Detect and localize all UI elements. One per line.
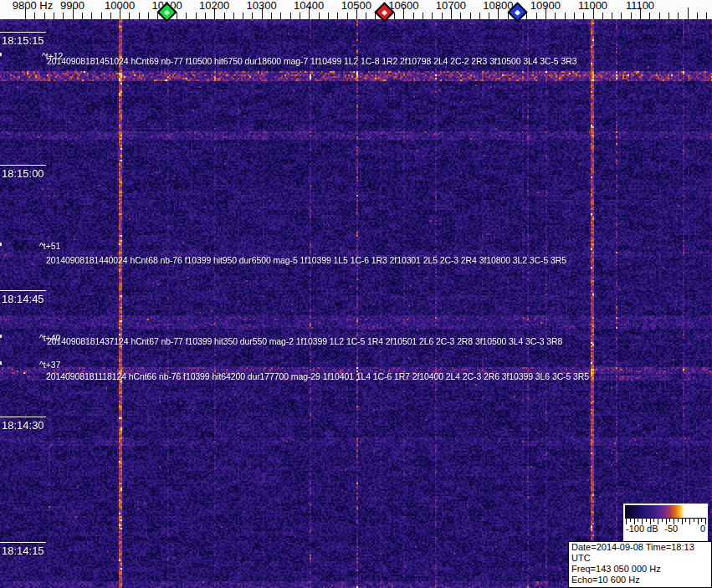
color-scale-legend: -100 dB -50 0 [623,504,708,541]
freq-label: 11000 [578,0,607,12]
freq-minor-tick [432,13,433,19]
left-edge-mark [0,361,2,365]
info-box: Date=2014-09-08 Time=18:13 UTC Freq=143 … [568,541,712,588]
legend-mid-label: -50 [664,524,678,534]
echo-time-marker: ^t+51 [39,241,60,251]
color-gradient-bar [625,505,706,519]
red-diamond-marker-center [382,9,387,15]
freq-minor-tick [54,13,54,19]
legend-labels: -100 dB -50 0 [625,525,706,536]
freq-minor-tick [697,13,698,19]
freq-minor-tick [300,13,300,19]
freq-minor-tick [328,13,329,19]
freq-minor-tick [479,13,480,19]
freq-minor-tick [196,13,197,19]
time-label: 18:15:15 [2,34,44,47]
freq-minor-tick [290,13,291,19]
freq-minor-tick [63,13,64,19]
legend-tick [638,519,638,522]
legend-max-label: 0 [700,524,705,534]
detection-log-line: 20140908181437124 hCnt67 nb-77 f10399 hi… [47,336,562,346]
info-frequency: Freq=143 050 000 Hz [571,564,709,575]
freq-minor-tick [470,13,471,19]
legend-tick [689,519,690,524]
legend-tick [662,519,663,522]
freq-minor-tick [34,13,35,19]
freq-minor-tick [413,13,414,19]
time-tick-line [0,417,46,417]
freq-label: 10700 [436,0,466,12]
legend-tick [694,519,694,522]
freq-minor-tick [337,13,338,19]
freq-label: 10200 [199,0,229,12]
time-label: 18:14:30 [2,419,44,432]
time-label: 18:14:15 [2,545,44,557]
freq-minor-tick [602,13,603,19]
freq-minor-tick [706,13,707,19]
freq-minor-tick [668,13,669,19]
freq-minor-tick [649,13,650,19]
detection-log-line: 20140908181440024 hCnt68 nb-76 f10399 hi… [46,255,566,265]
freq-minor-tick [583,13,584,19]
freq-minor-tick [110,13,111,19]
freq-major-tick [688,8,689,19]
freq-label: 10000 [105,0,135,12]
freq-label: 9800 Hz [13,0,53,12]
freq-minor-tick [366,13,366,19]
legend-tick [669,519,670,522]
frequency-axis: 9800 Hz990010000101001020010300104001050… [0,0,712,19]
time-tick-line [0,290,46,291]
freq-minor-tick [129,13,130,19]
freq-minor-tick [555,13,556,19]
freq-minor-tick [186,13,187,19]
freq-minor-tick [460,13,461,19]
freq-label: 9900 [60,0,85,12]
freq-minor-tick [319,13,320,19]
detection-log-line: 20140908181451024 hCnt69 nb-77 f10500 hi… [47,56,576,66]
freq-minor-tick [526,13,527,19]
legend-tick [705,519,706,524]
freq-minor-tick [280,13,281,19]
freq-minor-tick [631,13,632,19]
freq-minor-tick [101,13,102,19]
freq-label: 10300 [247,0,277,12]
time-tick-line [0,32,46,33]
freq-minor-tick [678,13,679,19]
freq-minor-tick [536,13,537,19]
freq-minor-tick [489,13,489,19]
freq-minor-tick [148,13,149,19]
info-date-time: Date=2014-09-08 Time=18:13 UTC [571,542,709,564]
freq-minor-tick [177,13,177,19]
freq-label: 10500 [341,0,371,12]
freq-minor-tick [423,13,423,19]
spectrogram-canvas[interactable] [0,19,712,588]
legend-tick [701,519,702,522]
time-label: 18:14:45 [2,293,44,305]
legend-tick [685,519,686,522]
freq-label: 10900 [530,0,561,12]
left-edge-mark [0,335,2,338]
freq-minor-tick [224,13,225,19]
time-tick-line [0,542,46,543]
freq-minor-tick [205,13,206,19]
freq-minor-tick [252,13,253,19]
legend-tick [698,519,699,524]
legend-tick [682,519,683,524]
legend-tick [653,519,654,522]
left-edge-mark [0,243,2,246]
blue-diamond-marker-center [514,9,520,15]
legend-tick [646,519,647,522]
freq-label: 11100 [626,0,654,12]
spectrogram-app-window: 9800 Hz990010000101001020010300104001050… [0,0,712,588]
freq-minor-tick [139,13,140,19]
freq-minor-tick [233,13,234,19]
freq-minor-tick [243,13,243,19]
freq-minor-tick [574,13,575,19]
echo-time-marker: ^t+37 [39,360,60,370]
freq-minor-tick [91,13,92,19]
freq-minor-tick [621,13,622,19]
time-label: 18:15:00 [2,167,44,180]
freq-minor-tick [659,13,660,19]
freq-minor-tick [347,13,348,19]
time-tick-line [0,165,46,166]
